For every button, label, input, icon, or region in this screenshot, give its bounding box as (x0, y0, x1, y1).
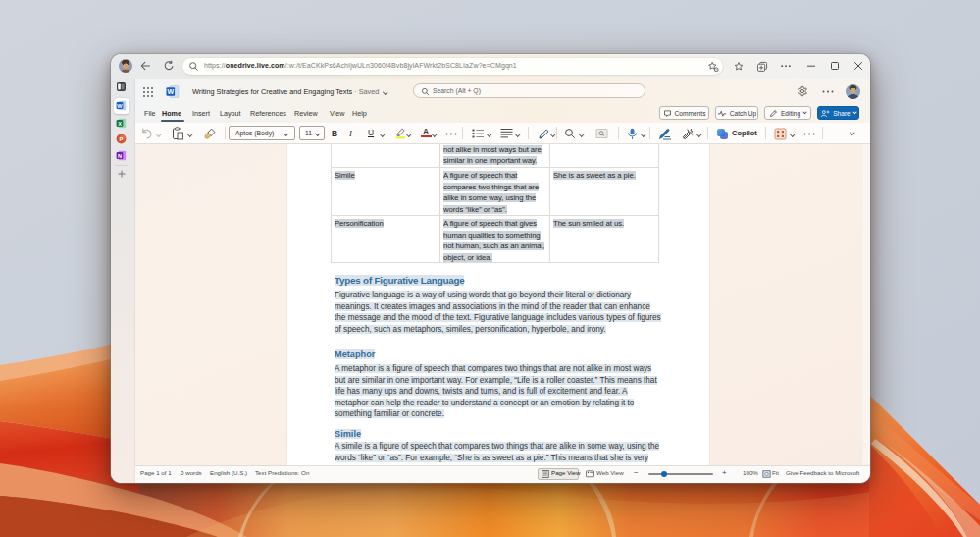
svg-text:W: W (117, 103, 123, 109)
svg-text:W: W (167, 88, 174, 95)
svg-text:N: N (118, 153, 122, 159)
svg-text:P: P (120, 136, 124, 142)
svg-text:X: X (118, 120, 122, 126)
